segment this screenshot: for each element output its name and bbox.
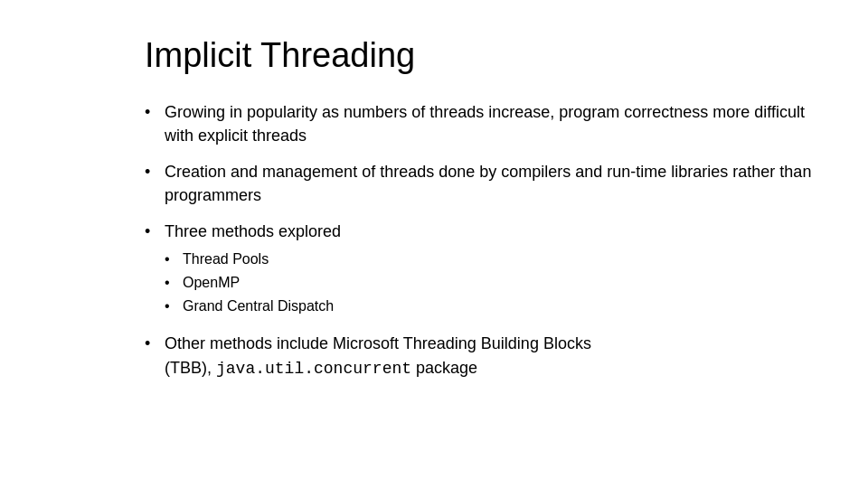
sub-dot-1: • — [165, 249, 183, 270]
bullet-dot-4: • — [145, 332, 165, 355]
three-methods-label: Three methods explored — [165, 222, 341, 240]
sub-text-thread-pools: Thread Pools — [183, 249, 269, 270]
bullet-item-4: • Other methods include Microsoft Thread… — [145, 332, 814, 380]
slide-title: Implicit Threading — [145, 36, 814, 75]
bullet-text-2: Creation and management of threads done … — [165, 160, 814, 207]
other-methods-text-after: package — [411, 359, 477, 377]
sub-text-gcd: Grand Central Dispatch — [183, 296, 334, 317]
bullet-dot-1: • — [145, 100, 165, 124]
slide-content: • Growing in popularity as numbers of th… — [145, 100, 814, 380]
sub-bullet-item-2: • OpenMP — [165, 272, 814, 294]
sub-dot-2: • — [165, 272, 183, 294]
slide: Implicit Threading • Growing in populari… — [0, 0, 868, 488]
java-concurrent-monospace: java.util.concurrent — [216, 360, 411, 378]
bullet-dot-2: • — [145, 160, 165, 183]
bullet-item-1: • Growing in popularity as numbers of th… — [145, 100, 814, 147]
bullet-text-4: Other methods include Microsoft Threadin… — [165, 332, 814, 380]
sub-text-openmp: OpenMP — [183, 272, 240, 294]
bullet-text-3: Three methods explored • Thread Pools • … — [165, 220, 814, 319]
sub-bullet-item-3: • Grand Central Dispatch — [165, 296, 814, 317]
sub-bullet-list: • Thread Pools • OpenMP • Grand Central … — [165, 249, 814, 317]
bullet-text-1: Growing in popularity as numbers of thre… — [165, 100, 814, 147]
bullet-item-2: • Creation and management of threads don… — [145, 160, 814, 207]
bullet-item-3: • Three methods explored • Thread Pools … — [145, 220, 814, 319]
bullet-dot-3: • — [145, 220, 165, 243]
main-bullet-list: • Growing in popularity as numbers of th… — [145, 100, 814, 380]
sub-bullet-item-1: • Thread Pools — [165, 249, 814, 270]
sub-dot-3: • — [165, 296, 183, 317]
